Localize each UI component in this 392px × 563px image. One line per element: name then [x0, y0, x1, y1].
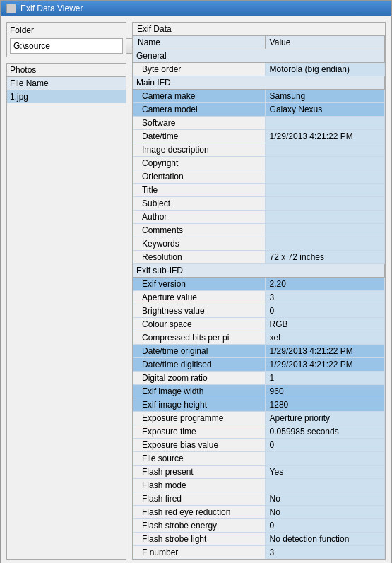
- table-row: Flash firedNo: [133, 492, 385, 506]
- exif-row-value: [265, 184, 384, 197]
- exif-row-name: Camera make: [133, 90, 266, 103]
- exif-row-name: Keywords: [133, 237, 266, 251]
- exif-row-value: 1280: [265, 398, 384, 412]
- exif-row-value: 1/29/2013 4:21:22 PM: [265, 130, 384, 143]
- exif-title: Exif Data: [133, 23, 385, 35]
- photos-label: Photos: [7, 64, 126, 76]
- exif-row-name: Camera model: [133, 103, 266, 117]
- exif-row-name: File source: [133, 452, 266, 466]
- exif-row-name: Colour space: [133, 318, 266, 331]
- exif-row-value: [265, 197, 384, 211]
- table-row: Orientation: [133, 170, 385, 184]
- folder-group: Folder Browse: [6, 22, 126, 57]
- exif-row-value: Aperture priority: [265, 412, 384, 425]
- table-row: Software: [133, 117, 385, 130]
- app-icon: [6, 4, 16, 13]
- exif-row-name: Author: [133, 211, 266, 224]
- exif-row-value: [265, 170, 384, 184]
- table-row: Colour spaceRGB: [133, 318, 385, 331]
- exif-row-name: Exif image width: [133, 385, 266, 398]
- section-header: Exif sub-IFD: [133, 264, 385, 278]
- exif-row-value: 0: [265, 519, 384, 533]
- exif-row-value: [265, 117, 384, 130]
- table-row: Main IFD: [133, 76, 385, 90]
- table-row: Flash strobe energy0: [133, 519, 385, 533]
- col-value-header: Value: [265, 36, 384, 49]
- exif-row-name: Digital zoom ratio: [133, 372, 266, 385]
- table-row: Exposure time0.059985 seconds: [133, 425, 385, 439]
- table-row: Comments: [133, 224, 385, 237]
- table-row: Exposure programmeAperture priority: [133, 412, 385, 425]
- exif-row-value: Motorola (big endian): [265, 63, 384, 76]
- table-row: Byte orderMotorola (big endian): [133, 63, 385, 76]
- main-window: Exif Data Viewer Folder Browse Photos Fi…: [0, 0, 392, 563]
- exif-row-name: Subject: [133, 197, 266, 211]
- table-row: Camera modelGalaxy Nexus: [133, 103, 385, 117]
- exif-row-value: 960: [265, 385, 384, 398]
- table-row: Flash mode: [133, 479, 385, 492]
- exif-row-name: Title: [133, 184, 266, 197]
- exif-row-value: No detection function: [265, 533, 384, 546]
- exif-row-value: 1/29/2013 4:21:22 PM: [265, 358, 384, 372]
- exif-row-name: Byte order: [133, 63, 266, 76]
- exif-row-name: Date/time original: [133, 345, 266, 358]
- exif-row-name: Flash present: [133, 466, 266, 479]
- exif-row-name: Comments: [133, 224, 266, 237]
- exif-row-value: 3: [265, 546, 384, 559]
- exif-row-name: Flash fired: [133, 492, 266, 506]
- table-row: Flash presentYes: [133, 466, 385, 479]
- exif-panel: Exif Data Name Value GeneralByte orderMo…: [132, 22, 386, 560]
- exif-row-name: Flash strobe energy: [133, 519, 266, 533]
- exif-row-value: 0: [265, 439, 384, 452]
- table-row: Date/time original1/29/2013 4:21:22 PM: [133, 345, 385, 358]
- exif-row-value: [265, 211, 384, 224]
- exif-row-value: 72 x 72 inches: [265, 251, 384, 264]
- exif-row-value: No: [265, 492, 384, 506]
- exif-row-value: 1: [265, 372, 384, 385]
- section-header: General: [133, 49, 385, 63]
- folder-input[interactable]: [10, 38, 123, 54]
- table-row: Digital zoom ratio1: [133, 372, 385, 385]
- table-row: Image description: [133, 143, 385, 157]
- exif-row-value: [265, 224, 384, 237]
- exif-row-value: No: [265, 506, 384, 519]
- table-row: Date/time digitised1/29/2013 4:21:22 PM: [133, 358, 385, 372]
- file-list: File Name 1.jpg: [7, 76, 126, 103]
- col-name-header: Name: [133, 36, 266, 49]
- table-row: Keywords: [133, 237, 385, 251]
- exif-row-value: [265, 157, 384, 170]
- table-row: Resolution72 x 72 inches: [133, 251, 385, 264]
- left-panel: Folder Browse Photos File Name 1.jpg: [6, 22, 126, 560]
- table-row: Exif version2.20: [133, 278, 385, 291]
- list-item[interactable]: 1.jpg: [7, 90, 126, 103]
- exif-row-value: [265, 143, 384, 157]
- table-row: Exif image height1280: [133, 398, 385, 412]
- exif-row-name: Exif version: [133, 278, 266, 291]
- exif-row-value: Yes: [265, 466, 384, 479]
- exif-row-name: Orientation: [133, 170, 266, 184]
- table-row: File source: [133, 452, 385, 466]
- table-row: F number3: [133, 546, 385, 559]
- exif-row-name: Software: [133, 117, 266, 130]
- exif-row-value: RGB: [265, 318, 384, 331]
- exif-row-value: 1/29/2013 4:21:22 PM: [265, 345, 384, 358]
- exif-row-name: Flash red eye reduction: [133, 506, 266, 519]
- exif-row-name: Date/time: [133, 130, 266, 143]
- exif-row-value: xel: [265, 331, 384, 345]
- exif-row-value: Samsung: [265, 90, 384, 103]
- exif-row-name: Exposure bias value: [133, 439, 266, 452]
- exif-row-value: 0: [265, 304, 384, 318]
- table-row: Copyright: [133, 157, 385, 170]
- exif-row-name: Exposure programme: [133, 412, 266, 425]
- exif-row-name: Aperture value: [133, 291, 266, 304]
- exif-row-value: Galaxy Nexus: [265, 103, 384, 117]
- table-row: Flash red eye reductionNo: [133, 506, 385, 519]
- table-row: Brightness value0: [133, 304, 385, 318]
- exif-row-name: Resolution: [133, 251, 266, 264]
- folder-label: Folder: [10, 25, 123, 35]
- file-list-header: File Name: [7, 77, 126, 90]
- table-row: Exif sub-IFD: [133, 264, 385, 278]
- table-row: Flash strobe lightNo detection function: [133, 533, 385, 546]
- title-bar: Exif Data Viewer: [1, 1, 391, 16]
- section-header: Main IFD: [133, 76, 385, 90]
